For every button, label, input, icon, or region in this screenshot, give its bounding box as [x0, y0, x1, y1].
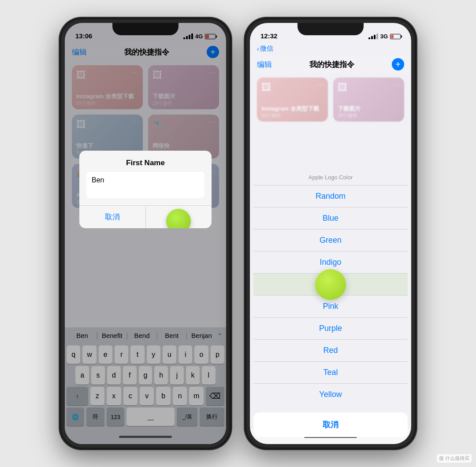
dialog-box: First Name Ben 取消 好 — [79, 151, 212, 228]
phone-right: 12:32 3G ‹ — [245, 18, 416, 449]
phone-left: 13:06 4G 编辑 我的快捷 — [60, 18, 231, 449]
action-item-green[interactable]: Green — [253, 230, 408, 252]
dialog-input[interactable]: Ben — [86, 172, 205, 198]
watermark: 值 什么值得买 — [437, 454, 472, 463]
action-item-orange[interactable]: Orange — [253, 274, 408, 296]
action-item-teal[interactable]: Teal — [253, 362, 408, 384]
dialog-title: First Name — [79, 151, 212, 172]
dialog-buttons: 取消 好 — [79, 205, 212, 228]
cursor-indicator-right — [315, 269, 346, 300]
action-item-random[interactable]: Random — [253, 185, 408, 208]
action-sheet-overlay: Apple Logo Color Random Blue Green Indig… — [250, 23, 411, 444]
cursor-indicator — [166, 209, 191, 228]
action-item-blue[interactable]: Blue — [253, 208, 408, 230]
action-item-purple[interactable]: Purple — [253, 318, 408, 340]
dialog-overlay: First Name Ben 取消 好 — [65, 23, 226, 444]
ok-button[interactable]: 好 — [146, 206, 212, 228]
cancel-button[interactable]: 取消 — [79, 206, 146, 228]
action-item-yellow[interactable]: Yellow — [253, 384, 408, 405]
action-sheet: Apple Logo Color Random Blue Green Indig… — [253, 168, 408, 405]
action-cancel-button[interactable]: 取消 — [253, 412, 408, 437]
action-item-red[interactable]: Red — [253, 340, 408, 362]
action-sheet-title: Apple Logo Color — [253, 168, 408, 185]
